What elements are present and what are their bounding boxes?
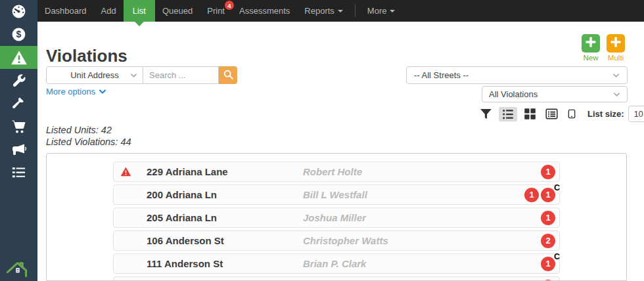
cart-icon xyxy=(11,119,27,135)
sidebar-item-tasks[interactable] xyxy=(0,161,37,184)
search-button[interactable] xyxy=(219,66,237,84)
quick-actions: New Multi xyxy=(580,34,626,62)
nav-item-label: Print xyxy=(207,6,225,16)
nav-item-more[interactable]: More xyxy=(360,0,403,22)
violation-type-select[interactable]: All Violations xyxy=(482,86,628,102)
violation-row[interactable]: 200 Adriana LnBill L Westfall11C xyxy=(113,184,560,205)
resident-name: Joshua Miller xyxy=(303,212,541,223)
list-summary: Listed Units: 42 Listed Violations: 44 xyxy=(46,124,131,148)
streets-select[interactable]: -- All Streets -- xyxy=(406,66,628,84)
tachometer-icon xyxy=(11,3,27,20)
new-violation-action: New xyxy=(580,34,601,62)
streets-select-value: -- All Streets -- xyxy=(414,70,469,80)
chevron-down-icon xyxy=(612,73,620,78)
violation-badges: 1 xyxy=(541,211,555,225)
grid-view-icon xyxy=(524,108,536,120)
nav-divider xyxy=(355,5,356,17)
bullhorn-icon xyxy=(11,142,27,158)
violation-badges: 1C xyxy=(541,257,555,271)
svg-text:$: $ xyxy=(16,30,22,40)
sidebar-item-violations[interactable] xyxy=(0,46,37,69)
view-toolbar: List size: 10 xyxy=(477,106,644,122)
warning-icon xyxy=(11,49,28,66)
list-size-value: 10 xyxy=(633,109,643,119)
sidebar: $ xyxy=(0,0,37,281)
nav-item-label: More xyxy=(367,6,387,16)
violations-list: 229 Adriana LaneRobert Holte1200 Adriana… xyxy=(46,153,627,281)
nav-item-reports[interactable]: Reports xyxy=(297,0,350,22)
more-options-label: More options xyxy=(46,87,95,97)
nav-item-print[interactable]: Print4 xyxy=(200,0,232,22)
house-logo-icon[interactable] xyxy=(6,261,32,280)
nav-item-assessments[interactable]: Assessments xyxy=(232,0,297,22)
resident-name: Robert Holte xyxy=(303,166,541,177)
top-nav: DashboardAddListQueuedPrint4AssessmentsR… xyxy=(0,0,644,22)
tasks-icon xyxy=(11,165,26,180)
sidebar-item-purchases[interactable] xyxy=(0,115,37,138)
grid-view-button[interactable] xyxy=(521,106,539,121)
more-options-link[interactable]: More options xyxy=(46,87,106,97)
violation-badges: 2 xyxy=(541,234,555,248)
violation-badges: 11C xyxy=(524,188,555,202)
nav-item-dashboard[interactable]: Dashboard xyxy=(37,0,94,22)
court-flag: C xyxy=(554,183,560,192)
nav-item-label: Reports xyxy=(304,6,334,16)
sidebar-item-maintenance[interactable] xyxy=(0,69,37,92)
mobile-view-button[interactable] xyxy=(564,106,579,122)
chevron-down-icon xyxy=(613,92,620,97)
violation-row[interactable]: 111 Anderson StBrian P. Clark1C xyxy=(113,253,560,274)
caret-down-icon xyxy=(390,10,395,12)
wrench-icon xyxy=(11,73,26,88)
list-size-select[interactable]: 10 xyxy=(628,106,644,122)
resident-name: Brian P. Clark xyxy=(303,258,541,269)
nav-item-queued[interactable]: Queued xyxy=(155,0,200,22)
violation-row[interactable]: 106 Anderson StChristopher Watts2 xyxy=(113,230,560,251)
new-violation-button[interactable] xyxy=(582,34,600,53)
nav-item-add[interactable]: Add xyxy=(94,0,124,22)
search-icon xyxy=(223,69,234,82)
violation-count-badge[interactable]: 2 xyxy=(541,234,555,248)
unit-address: 205 Adriana Ln xyxy=(147,212,303,223)
chevron-down-icon xyxy=(99,89,106,95)
dollar-icon: $ xyxy=(11,26,27,43)
violation-count-badge[interactable]: 1C xyxy=(541,257,555,271)
row-warning-icon xyxy=(120,166,147,177)
violation-row[interactable]: 121 Anderson StCarlos Manuel1 xyxy=(113,276,560,281)
listed-units-count: Listed Units: 42 xyxy=(46,124,131,136)
multi-violation-action: Multi xyxy=(605,34,626,62)
app-root: DashboardAddListQueuedPrint4AssessmentsR… xyxy=(0,0,644,281)
hammer-icon xyxy=(11,96,26,111)
violation-count-badge[interactable]: 1 xyxy=(541,165,555,179)
nav-item-list[interactable]: List xyxy=(124,0,155,22)
violation-row[interactable]: 229 Adriana LaneRobert Holte1 xyxy=(113,162,560,182)
search-field-select[interactable]: Unit Address xyxy=(46,66,143,84)
unit-address: 106 Anderson St xyxy=(147,235,303,246)
page-title: Violations xyxy=(46,46,127,66)
violation-count-badge[interactable]: 1C xyxy=(541,188,555,202)
sidebar-item-dashboard[interactable] xyxy=(0,0,37,23)
new-button-label: New xyxy=(583,54,598,62)
plus-icon xyxy=(584,35,597,51)
nav-item-label: Queued xyxy=(162,6,193,16)
sidebar-menu: $ xyxy=(0,0,37,184)
violation-badges: 1 xyxy=(541,165,555,179)
violation-count-badge[interactable]: 1 xyxy=(541,211,555,225)
filter-icon xyxy=(480,107,492,121)
resident-name: Bill L Westfall xyxy=(303,189,524,200)
sidebar-item-work-orders[interactable] xyxy=(0,92,37,115)
sidebar-item-announcements[interactable] xyxy=(0,138,37,161)
violation-row[interactable]: 205 Adriana LnJoshua Miller1 xyxy=(113,207,560,228)
multi-button-label: Multi xyxy=(608,54,624,62)
multi-violation-button[interactable] xyxy=(607,34,625,53)
violation-type-value: All Violations xyxy=(489,89,538,99)
search-field-value: Unit Address xyxy=(70,70,119,80)
mobile-view-icon xyxy=(567,107,576,121)
list-size-label: List size: xyxy=(587,109,624,119)
filter-button[interactable] xyxy=(477,106,495,122)
sidebar-item-billing[interactable]: $ xyxy=(0,23,37,46)
search-input[interactable] xyxy=(143,66,219,84)
violation-count-badge[interactable]: 1 xyxy=(524,188,539,202)
caret-down-icon xyxy=(338,10,343,12)
table-view-button[interactable] xyxy=(543,106,561,121)
list-view-button[interactable] xyxy=(499,107,517,121)
